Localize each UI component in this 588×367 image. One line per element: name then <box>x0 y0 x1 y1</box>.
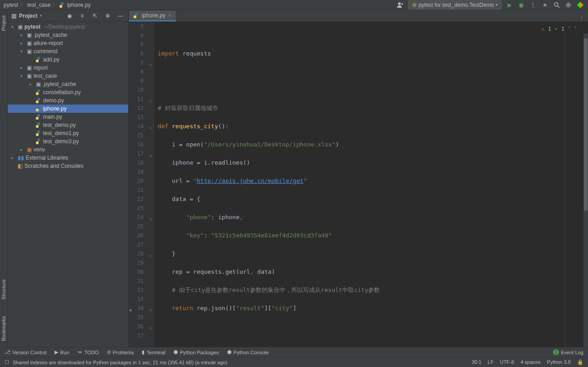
tree-file[interactable]: main.py <box>8 113 128 121</box>
code-editor[interactable]: ⚠1 ✔1 ˄ ˅ import requests # 封装获取归属地城市 de… <box>154 22 588 347</box>
scrollbar-thumb[interactable] <box>584 38 588 211</box>
expand-all-icon[interactable]: ≡ <box>78 12 86 20</box>
tree-file-selected[interactable]: iphone.py <box>8 105 128 113</box>
tree-folder[interactable]: ▸▣.pytest_cache <box>8 80 128 88</box>
folder-icon: ▣ <box>27 65 32 71</box>
tree-file[interactable]: add.py <box>8 55 128 64</box>
tool-problems[interactable]: ⊘Problems <box>107 349 134 355</box>
status-message: Shared indexes are downloaded for Python… <box>13 360 227 365</box>
tree-folder[interactable]: ▸▣allure-report <box>8 39 128 47</box>
breadcrumb-folder[interactable]: test_case <box>27 2 50 8</box>
tabs-more-icon[interactable]: ⋮ <box>575 15 588 21</box>
tool-python-packages[interactable]: ⬢Python Packages <box>174 349 219 355</box>
breadcrumb-file-label: iphone.py <box>67 2 90 8</box>
jetbrains-icon[interactable] <box>576 1 584 9</box>
tree-file[interactable]: test_demo3.py <box>8 137 128 146</box>
fold-end-icon[interactable]: ⊡ <box>147 124 152 128</box>
python-file-icon <box>36 131 41 136</box>
tool-version-control[interactable]: ⎇Version Control <box>5 349 46 355</box>
svg-point-2 <box>554 3 558 6</box>
fold-marker-icon[interactable]: ⊟ <box>147 60 152 65</box>
editor-tab-active[interactable]: iphone.py × <box>129 10 176 21</box>
folder-icon: ▣ <box>27 48 32 55</box>
tool-bookmarks-tab[interactable]: Bookmarks <box>1 312 6 345</box>
fold-marker-icon[interactable]: ⊟ <box>147 96 152 101</box>
tool-python-console[interactable]: ⬢Python Console <box>227 349 269 355</box>
tree-folder[interactable]: ▸▣report <box>8 64 128 72</box>
chevron-right-icon: ▸ <box>20 33 25 37</box>
run-more-icon[interactable]: ⋮ <box>529 1 537 9</box>
tree-file[interactable]: test_demo1.py <box>8 129 128 137</box>
editor-gutter[interactable]: 3 4 5 6 7⊟ 8 9 10 11⊟ 12 13 14⊡ 15 16 17… <box>129 22 154 347</box>
tree-file[interactable]: test_demo.py <box>8 121 128 129</box>
run-config-selector[interactable]: ⬢ pytest for test_demo.TestDemo ▾ <box>408 0 502 10</box>
tree-scratches[interactable]: ◧Scratches and Consoles <box>8 162 128 170</box>
status-line-sep[interactable]: LF <box>488 359 493 365</box>
svg-point-0 <box>398 2 401 5</box>
tool-run[interactable]: ▶Run <box>55 349 69 355</box>
chevron-down-icon: ▾ <box>20 49 25 54</box>
tree-folder[interactable]: ▾▣test_case <box>8 72 128 80</box>
status-sdk[interactable]: Python 3.8 <box>547 359 571 365</box>
fold-end-icon[interactable]: ⊡ <box>147 324 152 328</box>
console-icon: ⬢ <box>227 349 232 355</box>
collapse-all-icon[interactable]: ⇱ <box>91 12 99 20</box>
breadcrumb: pytest 〉 test_case 〉 iphone.py <box>4 1 90 9</box>
status-encoding[interactable]: UTF-8 <box>500 359 514 365</box>
editor-tab-label: iphone.py <box>142 12 165 19</box>
locate-file-icon[interactable]: ◉ <box>65 12 74 20</box>
fold-marker-icon[interactable]: ⊟ <box>147 306 152 310</box>
project-tree[interactable]: ▾ ▣ pytest ~/Desktop/pytest ▸▣.pytest_ca… <box>8 22 128 347</box>
run-button[interactable]: ▶ <box>505 1 513 9</box>
python-file-icon <box>36 122 41 128</box>
chevron-up-icon[interactable]: ˄ <box>568 25 571 34</box>
tree-folder[interactable]: ▸▣.pytest_cache <box>8 31 128 39</box>
python-file-icon <box>36 114 41 120</box>
fold-end-icon[interactable]: ⊡ <box>147 251 152 256</box>
debug-button[interactable] <box>517 1 525 9</box>
settings-icon[interactable]: ✼ <box>104 12 112 20</box>
breadcrumb-root[interactable]: pytest <box>4 2 18 8</box>
vertical-scrollbar[interactable] <box>583 34 588 347</box>
breadcrumb-file[interactable]: iphone.py <box>60 2 90 8</box>
tool-structure-tab[interactable]: Structure <box>1 276 6 303</box>
chevron-down-icon: ▾ <box>20 74 25 78</box>
tree-folder[interactable]: ▸▣venv <box>8 146 128 154</box>
tree-root[interactable]: ▾ ▣ pytest ~/Desktop/pytest <box>8 23 128 31</box>
tree-file[interactable]: constellation.py <box>8 88 128 96</box>
close-icon[interactable]: × <box>168 12 171 19</box>
scratches-icon: ◧ <box>18 163 23 169</box>
status-indent[interactable]: 4 spaces <box>520 359 540 365</box>
fold-marker-icon[interactable]: ⊟ <box>147 215 152 219</box>
folder-icon: ▤ <box>11 13 16 19</box>
tree-file[interactable]: demo.py <box>8 96 128 105</box>
python-file-icon <box>134 13 139 18</box>
problems-icon: ⊘ <box>107 349 111 355</box>
status-caret-pos[interactable]: 30:1 <box>472 359 481 365</box>
run-config-label: pytest for test_demo.TestDemo <box>419 2 494 8</box>
hide-panel-icon[interactable]: — <box>116 12 125 20</box>
inspection-widget[interactable]: ⚠1 ✔1 ˄ ˅ <box>540 25 579 34</box>
lock-icon[interactable]: 🔒 <box>577 359 583 365</box>
package-icon: ⬢ <box>174 349 178 355</box>
chevron-right-icon: ▸ <box>11 156 16 160</box>
chevron-down-icon[interactable]: ˅ <box>574 25 577 34</box>
tool-todo[interactable]: ≔TODO <box>77 349 99 355</box>
search-icon[interactable] <box>553 1 561 9</box>
tool-terminal[interactable]: ▮Terminal <box>142 349 165 355</box>
tree-folder[interactable]: ▾▣commend <box>8 47 128 55</box>
terminal-icon: ▮ <box>142 349 145 355</box>
status-icon[interactable]: ☐ <box>5 359 9 365</box>
user-add-icon[interactable] <box>396 1 404 9</box>
gear-icon[interactable] <box>564 1 573 9</box>
tool-project-tab[interactable]: Project <box>1 12 6 35</box>
folder-icon: ▣ <box>18 24 23 30</box>
tree-ext-libs[interactable]: ▸▮▮External Libraries <box>8 154 128 162</box>
folder-icon: ▣ <box>36 81 41 87</box>
fold-end-icon[interactable]: ⊡ <box>147 151 152 156</box>
project-panel-title[interactable]: ▤ Project ▾ <box>11 13 42 19</box>
editor-area: iphone.py × ⋮ 3 4 5 6 7⊟ 8 9 10 11⊟ 12 1… <box>129 10 588 347</box>
tool-event-log[interactable]: 1Event Log <box>553 349 583 355</box>
chevron-down-icon: ▾ <box>11 25 16 29</box>
chevron-right-icon: 〉 <box>52 1 58 9</box>
